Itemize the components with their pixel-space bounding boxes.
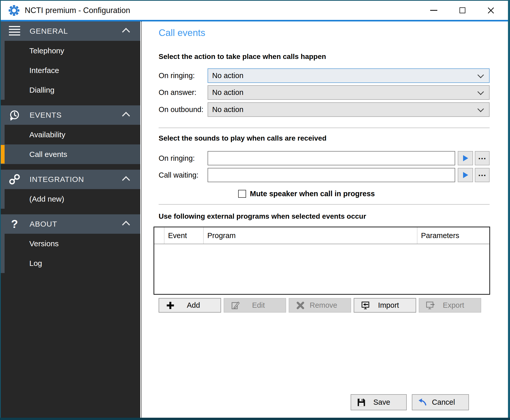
title-bar: NCTI premium - Configuration [1, 1, 508, 20]
sidebar-item-label: Interface [29, 66, 59, 75]
sidebar-item-telephony[interactable]: Telephony [5, 41, 140, 60]
column-header-blank [154, 227, 164, 244]
on-answer-action-label: On answer: [159, 85, 196, 100]
column-header-event[interactable]: Event [164, 227, 204, 244]
selected-value: No action [212, 71, 244, 80]
sidebar-item-label: Call events [29, 150, 67, 159]
question-icon: ? [8, 218, 21, 230]
undo-arrow-icon [418, 398, 427, 407]
window-border-left [0, 0, 1, 420]
window-border-bottom [0, 418, 510, 420]
on-ringing-sound-input[interactable] [208, 151, 455, 165]
on-answer-action-select[interactable]: No action [208, 85, 490, 100]
plus-icon [166, 301, 175, 310]
pencil-icon [231, 301, 240, 310]
column-header-parameters[interactable]: Parameters [417, 227, 489, 244]
sidebar-splitter[interactable] [140, 21, 143, 418]
sidebar-item-label: Versions [29, 239, 59, 248]
cancel-button[interactable]: Cancel [412, 394, 469, 410]
chevron-down-icon [477, 106, 484, 112]
window-title: NCTI premium - Configuration [25, 6, 130, 15]
link-icon [8, 173, 21, 186]
sounds-section-title: Select the sounds to play when calls are… [159, 134, 326, 142]
save-icon [357, 398, 366, 407]
actions-section-title: Select the action to take place when cal… [159, 53, 326, 61]
selected-marker [1, 145, 5, 164]
sidebar-item-availability[interactable]: Availability [5, 125, 140, 144]
selected-value: No action [212, 105, 244, 114]
sidebar-item-log[interactable]: Log [5, 253, 140, 273]
window-border-top [0, 0, 510, 1]
export-icon [426, 301, 435, 310]
save-button[interactable]: Save [351, 394, 407, 410]
on-outbound-action-label: On outbound: [159, 102, 203, 117]
sidebar-section-about: ? ABOUT Versions Log [1, 214, 140, 273]
column-header-program[interactable]: Program [204, 227, 417, 244]
play-waiting-sound-button[interactable] [458, 168, 473, 182]
play-icon [462, 172, 469, 178]
remove-button[interactable]: Remove [289, 298, 351, 313]
export-button[interactable]: Export [419, 298, 481, 313]
sidebar-section-events: EVENTS Availability Call events [1, 105, 140, 164]
maximize-button[interactable] [458, 7, 466, 14]
browse-ringing-sound-button[interactable]: ... [475, 151, 490, 165]
call-waiting-sound-input[interactable] [208, 168, 455, 182]
x-icon [296, 302, 305, 309]
play-icon [462, 155, 469, 162]
programs-table-header: Event Program Parameters [154, 227, 489, 244]
history-clock-icon [8, 109, 21, 121]
section-divider [159, 128, 490, 128]
sidebar-header-about[interactable]: ? ABOUT [1, 214, 140, 234]
chevron-up-icon [122, 112, 130, 120]
window-border-right [508, 0, 510, 420]
sidebar-item-versions[interactable]: Versions [5, 234, 140, 253]
sidebar-item-label: Availability [29, 130, 65, 139]
sidebar-item-label: Log [29, 259, 42, 268]
programs-table: Event Program Parameters [154, 227, 490, 295]
section-divider [159, 204, 490, 205]
mute-speaker-label: Mute speaker when call in progress [250, 190, 375, 198]
sidebar-item-label: (Add new) [29, 195, 64, 203]
programs-table-body[interactable] [154, 244, 489, 294]
close-button[interactable] [487, 7, 495, 14]
sidebar-item-add-new[interactable]: (Add new) [5, 189, 140, 209]
sidebar-item-call-events[interactable]: Call events [5, 144, 140, 164]
on-outbound-action-select[interactable]: No action [208, 102, 490, 117]
sidebar-section-general: GENERAL Telephony Interface Dialling [1, 21, 140, 100]
mute-speaker-checkbox[interactable] [238, 190, 246, 198]
add-button[interactable]: Add [159, 298, 221, 313]
chevron-down-icon [477, 72, 484, 78]
edit-button[interactable]: Edit [224, 298, 286, 313]
chevron-up-icon [122, 28, 130, 36]
sidebar-item-interface[interactable]: Interface [5, 60, 140, 80]
sidebar: GENERAL Telephony Interface Dialling [1, 21, 140, 418]
chevron-up-icon [122, 176, 130, 184]
sidebar-item-dialling[interactable]: Dialling [5, 80, 140, 100]
on-ringing-action-label: On ringing: [159, 68, 195, 83]
chevron-down-icon [477, 89, 484, 95]
sidebar-item-label: Telephony [29, 46, 64, 55]
call-waiting-sound-label: Call waiting: [159, 168, 198, 182]
import-icon [361, 301, 370, 310]
on-ringing-sound-label: On ringing: [159, 151, 195, 165]
chevron-up-icon [122, 221, 130, 229]
gear-icon [8, 5, 20, 16]
sidebar-header-label: EVENTS [30, 111, 62, 119]
sidebar-header-general[interactable]: GENERAL [1, 21, 140, 41]
sidebar-header-events[interactable]: EVENTS [1, 105, 140, 125]
play-ringing-sound-button[interactable] [458, 151, 473, 165]
main-panel: Call events Select the action to take pl… [143, 21, 508, 418]
selected-value: No action [212, 88, 244, 97]
minimize-button[interactable] [430, 7, 438, 14]
import-button[interactable]: Import [354, 298, 416, 313]
browse-waiting-sound-button[interactable]: ... [475, 168, 490, 182]
sidebar-section-integration: INTEGRATION (Add new) [1, 170, 140, 209]
hamburger-icon [8, 25, 21, 37]
sidebar-item-label: Dialling [29, 86, 54, 94]
sidebar-header-label: ABOUT [30, 220, 57, 228]
sidebar-header-integration[interactable]: INTEGRATION [1, 170, 140, 189]
on-ringing-action-select[interactable]: No action [208, 68, 490, 83]
sidebar-header-label: GENERAL [30, 27, 68, 35]
app-window: NCTI premium - Configuration [0, 0, 510, 420]
page-title: Call events [159, 28, 205, 38]
